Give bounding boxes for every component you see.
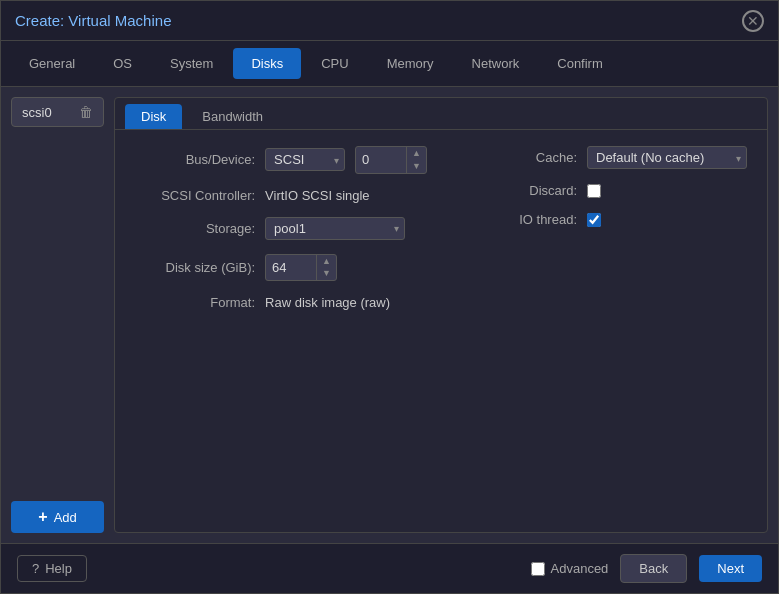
tab-disks[interactable]: Disks	[233, 48, 301, 79]
tab-memory[interactable]: Memory	[369, 48, 452, 79]
format-row: Format: Raw disk image (raw)	[135, 295, 427, 310]
discard-row: Discard:	[457, 183, 747, 198]
tab-general[interactable]: General	[11, 48, 93, 79]
bus-dropdown[interactable]: SCSI IDE SATA VirtIO	[265, 148, 345, 171]
advanced-wrap: Advanced	[531, 561, 609, 576]
disk-item-label: scsi0	[22, 105, 52, 120]
add-label: Add	[54, 510, 77, 525]
disk-size-arrows: ▲ ▼	[316, 255, 336, 281]
device-number-input[interactable]: 0	[356, 149, 406, 170]
left-panel: scsi0 🗑 + Add	[11, 97, 104, 533]
footer: ? Help Advanced Back Next	[1, 543, 778, 593]
discard-label: Discard:	[457, 183, 577, 198]
cache-row: Cache: Default (No cache) Write back Wri…	[457, 146, 747, 169]
io-thread-checkbox[interactable]	[587, 213, 601, 227]
device-up-arrow[interactable]: ▲	[407, 147, 426, 160]
window-title: Create: Virtual Machine	[15, 12, 171, 29]
form-left: Bus/Device: SCSI IDE SATA VirtIO	[135, 146, 427, 516]
bus-device-row: Bus/Device: SCSI IDE SATA VirtIO	[135, 146, 427, 174]
main-content: scsi0 🗑 + Add Disk Bandwidth	[1, 87, 778, 543]
storage-row: Storage: pool1 local local-lvm	[135, 217, 427, 240]
help-label: Help	[45, 561, 72, 576]
sub-tab-disk[interactable]: Disk	[125, 104, 182, 129]
trash-icon[interactable]: 🗑	[79, 104, 93, 120]
device-down-arrow[interactable]: ▼	[407, 160, 426, 173]
advanced-checkbox[interactable]	[531, 562, 545, 576]
help-icon: ?	[32, 561, 39, 576]
scsi-controller-row: SCSI Controller: VirtIO SCSI single	[135, 188, 427, 203]
back-button[interactable]: Back	[620, 554, 687, 583]
footer-right: Advanced Back Next	[531, 554, 762, 583]
sub-tab-bandwidth[interactable]: Bandwidth	[186, 104, 279, 129]
cache-dropdown[interactable]: Default (No cache) Write back Write thro…	[587, 146, 747, 169]
disk-size-up-arrow[interactable]: ▲	[317, 255, 336, 268]
tab-system[interactable]: System	[152, 48, 231, 79]
device-number-spinbox[interactable]: 0 ▲ ▼	[355, 146, 427, 174]
disk-size-row: Disk size (GiB): 64 ▲ ▼	[135, 254, 427, 282]
bus-select[interactable]: SCSI IDE SATA VirtIO	[265, 148, 345, 171]
help-button[interactable]: ? Help	[17, 555, 87, 582]
cache-select[interactable]: Default (No cache) Write back Write thro…	[587, 146, 747, 169]
io-thread-label: IO thread:	[457, 212, 577, 227]
disk-size-label: Disk size (GiB):	[135, 260, 255, 275]
format-value: Raw disk image (raw)	[265, 295, 390, 310]
nav-tabs: General OS System Disks CPU Memory Netwo…	[1, 41, 778, 87]
form-right: Cache: Default (No cache) Write back Wri…	[457, 146, 747, 516]
footer-left: ? Help	[17, 555, 87, 582]
disk-size-input[interactable]: 64	[266, 257, 316, 278]
cache-label: Cache:	[457, 150, 577, 165]
scsi-controller-value: VirtIO SCSI single	[265, 188, 370, 203]
advanced-label: Advanced	[551, 561, 609, 576]
discard-checkbox[interactable]	[587, 184, 601, 198]
scsi-controller-label: SCSI Controller:	[135, 188, 255, 203]
storage-label: Storage:	[135, 221, 255, 236]
disk-size-down-arrow[interactable]: ▼	[317, 267, 336, 280]
sub-tabs: Disk Bandwidth	[115, 98, 767, 130]
device-arrows: ▲ ▼	[406, 147, 426, 173]
bus-device-label: Bus/Device:	[135, 152, 255, 167]
form-content: Bus/Device: SCSI IDE SATA VirtIO	[115, 130, 767, 532]
add-disk-button[interactable]: + Add	[11, 501, 104, 533]
bus-select-wrap: SCSI IDE SATA VirtIO	[265, 148, 345, 171]
tab-network[interactable]: Network	[454, 48, 538, 79]
format-label: Format:	[135, 295, 255, 310]
close-button[interactable]: ✕	[742, 10, 764, 32]
storage-select[interactable]: pool1 local local-lvm	[265, 217, 405, 240]
disk-item-scsi0[interactable]: scsi0 🗑	[11, 97, 104, 127]
storage-dropdown[interactable]: pool1 local local-lvm	[265, 217, 405, 240]
plus-icon: +	[38, 508, 47, 526]
next-button[interactable]: Next	[699, 555, 762, 582]
title-bar: Create: Virtual Machine ✕	[1, 1, 778, 41]
right-panel: Disk Bandwidth Bus/Device: SCSI IDE	[114, 97, 768, 533]
window: Create: Virtual Machine ✕ General OS Sys…	[0, 0, 779, 594]
tab-confirm[interactable]: Confirm	[539, 48, 621, 79]
io-thread-checkbox-wrap	[587, 213, 601, 227]
io-thread-row: IO thread:	[457, 212, 747, 227]
tab-cpu[interactable]: CPU	[303, 48, 366, 79]
tab-os[interactable]: OS	[95, 48, 150, 79]
disk-size-spinbox[interactable]: 64 ▲ ▼	[265, 254, 337, 282]
discard-checkbox-wrap	[587, 184, 601, 198]
